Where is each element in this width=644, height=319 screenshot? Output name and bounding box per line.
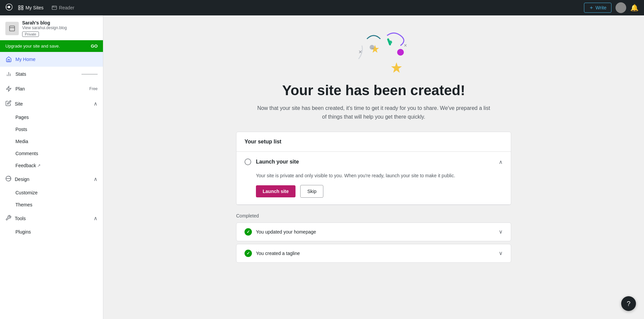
reader-button[interactable]: Reader [49,4,77,12]
svg-rect-2 [18,6,20,7]
sidebar-item-plugins[interactable]: Plugins [0,226,103,238]
sidebar-item-customize[interactable]: Customize [0,187,103,199]
help-icon: ? [627,300,630,308]
launch-item-left: Launch your site [245,158,299,165]
completed-item-tagline[interactable]: You created a tagline ∨ [236,244,511,263]
svg-point-20 [370,45,374,50]
setup-item-launch: Launch your site ∧ Your site is private … [236,152,511,204]
launch-chevron-up-icon: ∧ [499,159,503,165]
sidebar-item-media[interactable]: Media [0,135,103,147]
svg-rect-5 [21,8,23,10]
tagline-check-icon [245,250,252,257]
completed-item-homepage-left: You updated your homepage [245,228,316,236]
notifications-bell-icon[interactable]: 🔔 [630,4,639,12]
plan-icon [5,85,12,92]
plan-badge: Free [89,86,98,91]
comments-label: Comments [15,151,38,156]
completed-item-homepage[interactable]: You updated your homepage ∨ [236,222,511,241]
pages-label: Pages [15,115,29,120]
plan-label: Plan [15,86,25,91]
site-edit-icon [5,100,11,107]
upgrade-bar[interactable]: Upgrade your site and save. GO [0,40,103,52]
skip-button[interactable]: Skip [300,185,323,198]
topbar-left: My Sites Reader [5,3,581,12]
sidebar-item-themes[interactable]: Themes [0,199,103,211]
sidebar-item-comments[interactable]: Comments [0,147,103,160]
setup-card-header: Your setup list [236,132,511,152]
upgrade-text: Upgrade your site and save. [5,44,60,49]
site-info: Sarah's blog View sarahui.design.blog Pr… [22,20,67,37]
sidebar-item-design[interactable]: Design ∧ [0,172,103,187]
site-header: Sarah's blog View sarahui.design.blog Pr… [0,15,103,40]
plugins-label: Plugins [15,229,31,235]
completed-label: Completed [236,213,511,218]
private-badge: Private [22,31,39,37]
hero-subtitle: Now that your site has been created, it'… [256,104,491,121]
site-header-left: Site [5,100,23,107]
tools-label: Tools [15,216,26,221]
sidebar-item-pages[interactable]: Pages [0,111,103,123]
sidebar: Sarah's blog View sarahui.design.blog Pr… [0,15,103,319]
my-home-label: My Home [15,57,36,62]
customize-label: Customize [15,190,38,195]
tools-header-left: Tools [5,215,26,222]
sidebar-item-feedback[interactable]: Feedback ↗ [0,160,103,172]
user-avatar[interactable] [615,2,626,13]
help-button[interactable]: ? [621,296,636,311]
confetti-svg: × × [307,29,441,76]
design-chevron-icon: ∧ [94,176,98,182]
launch-item-title: Launch your site [256,159,299,165]
hero-title: Your site has been created! [117,82,631,99]
upgrade-go: GO [91,44,98,49]
main-layout: Sarah's blog View sarahui.design.blog Pr… [0,15,644,319]
write-button[interactable]: Write [584,3,611,13]
svg-point-21 [397,49,404,56]
svg-marker-16 [6,86,11,91]
sidebar-item-stats[interactable]: Stats ———— [0,67,103,81]
sidebar-item-my-home[interactable]: My Home [0,52,103,67]
my-sites-button[interactable]: My Sites [15,4,46,12]
wp-logo-icon [5,3,13,12]
main-content: × × Your site has been created! Now that… [103,15,644,319]
svg-rect-4 [18,8,20,10]
launch-radio[interactable] [245,158,251,165]
launch-site-button[interactable]: Launch site [256,185,296,197]
tagline-text: You created a tagline [256,251,300,256]
svg-rect-3 [21,6,23,7]
topbar-right: Write 🔔 [584,2,639,13]
themes-label: Themes [15,202,33,207]
launch-item-actions: Launch site Skip [256,185,503,198]
stats-icon [5,71,12,77]
site-label: Site [15,101,23,107]
svg-marker-19 [391,62,402,73]
completed-section: Completed You updated your homepage ∨ Yo… [236,213,511,263]
sidebar-item-tools[interactable]: Tools ∧ [0,211,103,226]
site-name: Sarah's blog [22,20,67,25]
svg-point-1 [8,6,10,8]
sidebar-item-plan[interactable]: Plan Free [0,81,103,96]
svg-rect-11 [10,26,15,31]
external-link-icon: ↗ [37,163,41,168]
site-chevron-icon: ∧ [94,101,98,107]
design-header-left: Design [5,176,30,183]
svg-rect-6 [52,6,56,10]
launch-item-body: Your site is private and only visible to… [236,172,511,204]
media-label: Media [15,139,28,144]
stats-divider: ———— [82,72,98,76]
posts-label: Posts [15,127,27,132]
design-icon [5,176,11,183]
launch-item-header[interactable]: Launch your site ∧ [236,152,511,172]
site-url[interactable]: View sarahui.design.blog [22,25,67,30]
tools-icon [5,215,11,222]
stats-label: Stats [15,71,26,77]
setup-card: Your setup list Launch your site ∧ Your … [236,132,511,205]
sidebar-item-site[interactable]: Site ∧ [0,96,103,111]
tools-chevron-icon: ∧ [94,215,98,221]
feedback-label: Feedback [15,163,36,168]
celebration-graphic: × × [117,29,631,76]
site-icon [5,22,19,35]
homepage-text: You updated your homepage [256,229,316,235]
design-label: Design [15,177,30,182]
sidebar-item-posts[interactable]: Posts [0,123,103,135]
home-icon [5,56,12,63]
